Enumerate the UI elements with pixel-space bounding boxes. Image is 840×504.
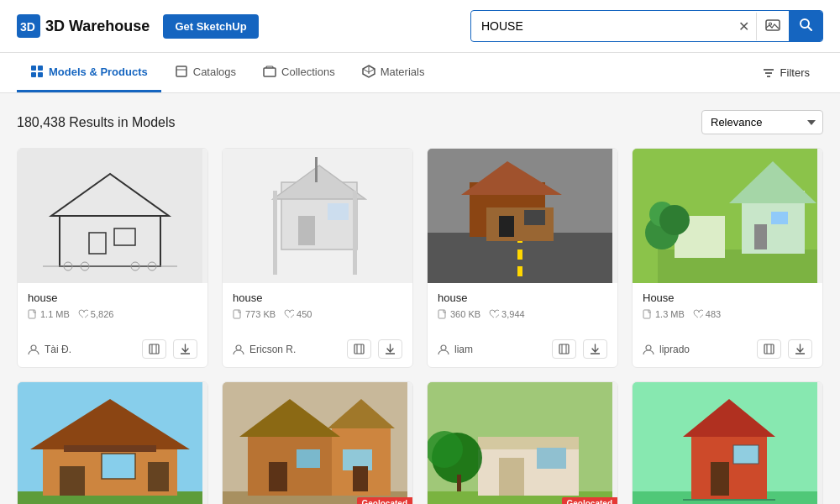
model-meta: 1.1 MB 5,826	[28, 309, 197, 319]
file-icon	[438, 309, 448, 319]
model-size: 360 KB	[438, 309, 480, 319]
nav-tabs: Models & Products Catalogs Collections M…	[0, 53, 840, 93]
svg-rect-26	[29, 310, 35, 318]
model-card[interactable]: house 1.1 MB 5,826	[17, 148, 208, 368]
model-thumbnail: Geolocated	[428, 382, 617, 504]
download-button[interactable]	[583, 339, 607, 359]
model-card[interactable]: house 360 KB 3,944	[427, 148, 618, 368]
model-size: 1.3 MB	[643, 309, 685, 319]
svg-text:3D: 3D	[20, 20, 35, 34]
model-meta: 360 KB 3,944	[438, 309, 607, 319]
svg-point-69	[659, 205, 690, 235]
sort-select[interactable]: Relevance Most Downloaded Most Recent Mo…	[701, 110, 823, 134]
svg-rect-2	[766, 20, 780, 30]
embed-icon	[149, 344, 160, 354]
model-card[interactable]: house 773 KB 450	[222, 148, 413, 368]
svg-rect-70	[643, 310, 650, 318]
model-actions	[142, 339, 197, 359]
model-actions	[347, 339, 402, 359]
download-button[interactable]	[378, 339, 402, 359]
collections-icon	[263, 65, 276, 78]
svg-rect-7	[38, 66, 43, 71]
download-button[interactable]	[788, 339, 812, 359]
search-input[interactable]	[471, 13, 732, 39]
main-content: 180,438 Results in Models Relevance Most…	[0, 93, 840, 504]
logo-icon: 3D	[17, 14, 40, 38]
model-card[interactable]: House 708 KB 5,032	[17, 381, 208, 504]
svg-rect-83	[64, 445, 156, 452]
svg-rect-37	[273, 191, 277, 275]
image-search-icon	[765, 18, 780, 33]
search-clear-button[interactable]: ✕	[732, 18, 756, 34]
svg-rect-110	[499, 458, 524, 496]
download-icon	[385, 344, 396, 354]
model-size: 773 KB	[233, 309, 276, 319]
download-icon	[590, 344, 601, 354]
embed-icon	[354, 344, 365, 354]
model-likes: 483	[693, 309, 721, 319]
search-submit-button[interactable]	[789, 11, 822, 41]
tab-models-products[interactable]: Models & Products	[17, 53, 161, 92]
model-actions	[757, 339, 812, 359]
tab-collections-label: Collections	[281, 66, 335, 78]
filters-icon	[762, 66, 775, 80]
svg-rect-99	[353, 466, 368, 491]
filters-button[interactable]: Filters	[748, 58, 823, 88]
model-thumbnail	[223, 149, 412, 283]
model-likes: 3,944	[489, 309, 525, 319]
model-thumbnail	[633, 149, 822, 283]
model-card[interactable]: House 1.3 MB 483	[632, 148, 823, 368]
model-card[interactable]: house 106 KB 12	[632, 381, 823, 504]
model-info: house 773 KB 450	[223, 283, 412, 334]
model-name: house	[438, 291, 607, 304]
svg-rect-111	[537, 448, 566, 469]
svg-rect-42	[354, 344, 364, 354]
embed-button[interactable]	[142, 339, 166, 359]
svg-line-5	[808, 27, 811, 30]
header: 3D 3D Warehouse Get SketchUp ✕	[0, 0, 840, 53]
model-card[interactable]: Geolocated House 12 MB 83,542	[427, 381, 618, 504]
model-likes: 5,826	[78, 309, 114, 319]
embed-button[interactable]	[757, 339, 781, 359]
model-info: House 1.3 MB 483	[633, 283, 822, 334]
like-icon	[284, 309, 294, 319]
logo-text: 3D Warehouse	[45, 18, 150, 35]
tab-models-label: Models & Products	[49, 66, 148, 78]
search-by-image-button[interactable]	[756, 13, 789, 40]
embed-button[interactable]	[347, 339, 371, 359]
model-thumbnail	[428, 149, 617, 283]
model-info: house 1.1 MB 5,826	[18, 283, 207, 334]
svg-point-27	[31, 345, 36, 350]
model-grid: house 1.1 MB 5,826	[17, 148, 823, 504]
model-name: house	[233, 291, 402, 304]
tab-collections[interactable]: Collections	[249, 53, 349, 92]
download-button[interactable]	[173, 339, 197, 359]
model-thumbnail	[18, 149, 207, 283]
svg-rect-97	[297, 449, 320, 468]
file-icon	[233, 309, 243, 319]
svg-rect-10	[176, 66, 186, 76]
geolocated-badge: Geolocated	[357, 497, 412, 504]
model-card[interactable]: Geolocated House 3.9 MB 46,706	[222, 381, 413, 504]
embed-button[interactable]	[552, 339, 576, 359]
tab-catalogs-label: Catalogs	[193, 66, 236, 78]
download-icon	[795, 344, 806, 354]
geolocated-badge: Geolocated	[562, 497, 617, 504]
svg-rect-6	[31, 66, 36, 71]
model-size: 1.1 MB	[28, 309, 70, 319]
embed-icon	[559, 344, 570, 354]
svg-rect-125	[711, 462, 729, 496]
logo: 3D 3D Warehouse	[17, 14, 150, 38]
svg-rect-52	[499, 216, 514, 237]
tab-materials[interactable]: Materials	[349, 53, 438, 92]
svg-rect-109	[478, 437, 579, 449]
tab-catalogs[interactable]: Catalogs	[161, 53, 249, 92]
svg-rect-40	[234, 310, 240, 318]
filters-label: Filters	[780, 66, 810, 79]
svg-rect-64	[754, 224, 767, 249]
svg-rect-81	[102, 454, 135, 479]
download-icon	[180, 344, 191, 354]
model-actions	[552, 339, 607, 359]
get-sketchup-button[interactable]: Get SketchUp	[163, 14, 258, 39]
svg-rect-65	[771, 212, 788, 224]
